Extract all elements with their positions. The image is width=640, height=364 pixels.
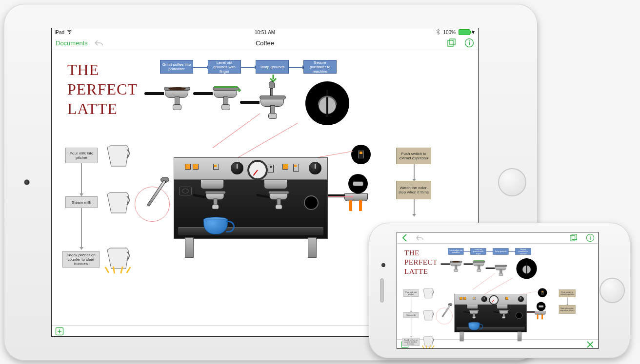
battery-icon xyxy=(459,29,475,35)
flow-step[interactable]: Tamp grounds xyxy=(256,60,289,74)
impact-icon xyxy=(423,345,435,349)
iphone-diagram-canvas[interactable]: THE PERFECT LATTE Grind coffee into port… xyxy=(397,244,598,339)
flow-arrow xyxy=(81,208,82,247)
milk-step: Knock pitcher on counter to clear bubble… xyxy=(402,338,420,346)
canvases-button[interactable] xyxy=(447,38,457,48)
back-button[interactable] xyxy=(400,233,410,243)
portafilter-spouts-detail xyxy=(537,302,546,311)
espresso-machine xyxy=(455,294,527,332)
portafilter-spouts-detail[interactable] xyxy=(348,174,368,193)
flow-arrow xyxy=(193,67,207,68)
flow-arrow xyxy=(81,163,82,193)
flow-step[interactable]: Grind coffee into portafilter xyxy=(160,60,193,74)
flow-step[interactable]: Level out grounds with finger xyxy=(470,248,486,254)
switch-detail-circle[interactable] xyxy=(351,145,371,164)
undo-button[interactable] xyxy=(416,233,425,243)
grouphead xyxy=(264,180,286,205)
portafilter-tamp xyxy=(495,266,506,270)
flow-arrow xyxy=(414,164,415,179)
title-line: PERFECT xyxy=(67,79,138,99)
flow-step[interactable]: Level out grounds with finger xyxy=(208,60,241,74)
portafilter-tamp[interactable] xyxy=(260,97,284,107)
espresso-machine[interactable] xyxy=(174,157,328,239)
flow-arrow xyxy=(289,67,302,68)
diagram-title: THE PERFECT LATTE xyxy=(404,248,438,275)
svg-rect-1 xyxy=(448,40,453,46)
flow-step[interactable]: Secure portafilter to machine xyxy=(516,248,531,254)
svg-rect-10 xyxy=(572,234,577,240)
iphone-toolbar xyxy=(397,232,598,244)
svg-point-12 xyxy=(590,235,591,236)
grouphead xyxy=(200,180,223,205)
flow-arrow xyxy=(414,199,415,214)
svg-rect-7 xyxy=(326,90,328,117)
callout-line xyxy=(213,114,260,148)
iphone-screen: THE PERFECT LATTE Grind coffee into port… xyxy=(397,232,599,349)
battery-percent: 100% xyxy=(443,30,456,35)
milk-step: Steam milk xyxy=(403,312,419,318)
pitcher-illustration[interactable] xyxy=(105,145,131,167)
bluetooth-icon xyxy=(436,29,440,36)
ipad-home-button[interactable] xyxy=(498,168,526,196)
status-bar: iPad 10:51 AM 100% xyxy=(52,28,478,36)
pitcher-steam[interactable] xyxy=(105,192,131,214)
undo-button[interactable] xyxy=(95,38,104,48)
svg-rect-13 xyxy=(590,237,590,240)
iphone-speaker xyxy=(380,278,384,303)
iphone-home-button[interactable] xyxy=(600,278,625,303)
switch-detail-circle xyxy=(538,288,547,297)
svg-rect-9 xyxy=(570,236,575,241)
document-title: Coffee xyxy=(256,39,274,47)
documents-back-button[interactable]: Documents xyxy=(56,39,88,47)
espresso-step: Push switch to extract espresso xyxy=(559,289,576,297)
portafilter-grind xyxy=(450,262,461,266)
portafilter-grind[interactable] xyxy=(165,88,188,98)
svg-rect-5 xyxy=(469,42,470,45)
title-line: LATTE xyxy=(67,99,138,118)
portafilter-level xyxy=(473,262,484,266)
pitcher-illustration xyxy=(422,288,434,299)
steam-wand xyxy=(155,177,175,216)
svg-point-0 xyxy=(69,33,70,34)
canvases-button[interactable] xyxy=(569,233,579,243)
iphone-camera xyxy=(381,263,385,267)
espresso-step[interactable]: Push switch to extract espresso xyxy=(396,148,431,164)
milk-step[interactable]: Knock pitcher on counter to clear bubble… xyxy=(62,251,100,268)
svg-rect-2 xyxy=(450,39,455,45)
espresso-step[interactable]: Watch the color; stop when it thins xyxy=(396,181,431,199)
title-line: THE xyxy=(67,60,138,79)
milk-step: Pour milk into pitcher xyxy=(403,289,419,297)
wifi-icon xyxy=(66,29,72,35)
portafilter-detail-circle[interactable] xyxy=(305,81,349,125)
flow-step[interactable]: Secure portafilter to machine xyxy=(303,60,337,74)
portafilter-detail-circle xyxy=(516,258,537,279)
svg-point-4 xyxy=(469,40,470,41)
milk-step[interactable]: Steam milk xyxy=(65,196,98,208)
svg-rect-15 xyxy=(526,262,527,275)
device-label: iPad xyxy=(55,30,64,35)
info-button[interactable] xyxy=(464,38,474,48)
milk-step[interactable]: Pour milk into pitcher xyxy=(65,148,98,163)
espresso-step: Watch the color; stop when it thins xyxy=(559,305,576,314)
diagram-title: THE PERFECT LATTE xyxy=(67,60,138,118)
flow-step[interactable]: Tamp grounds xyxy=(493,248,508,254)
info-button[interactable] xyxy=(585,233,595,243)
add-shape-button[interactable] xyxy=(55,326,64,336)
flow-step[interactable]: Grind coffee into portafilter xyxy=(448,248,463,254)
clock: 10:51 AM xyxy=(255,30,275,35)
pitcher-illustration xyxy=(422,310,434,321)
app-toolbar: Documents Coffee xyxy=(52,36,478,50)
coffee-cup xyxy=(203,219,231,236)
impact-icon xyxy=(106,267,131,281)
portafilter-level[interactable] xyxy=(214,88,237,98)
ipad-camera xyxy=(24,179,30,185)
iphone-device: THE PERFECT LATTE Grind coffee into port… xyxy=(369,223,630,358)
flow-arrow xyxy=(241,67,255,68)
